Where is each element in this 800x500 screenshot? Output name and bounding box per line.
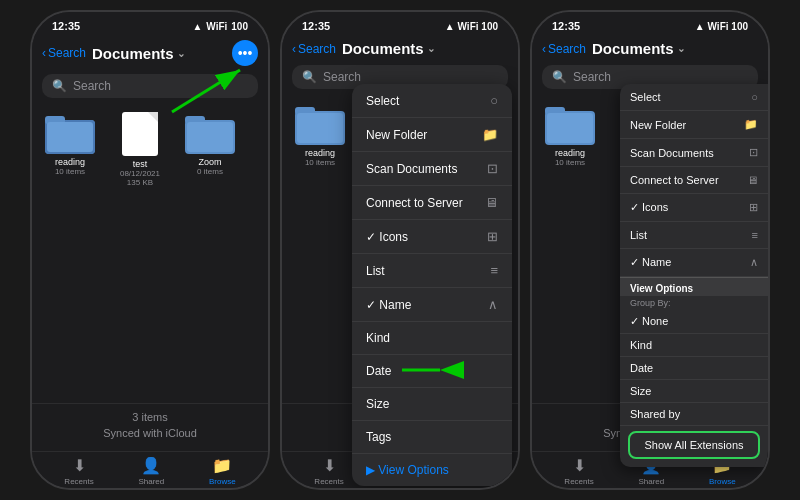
nav-title-2: Documents ⌄ [342, 40, 435, 57]
menu-select-2[interactable]: Select○ [352, 84, 512, 118]
file-test-1[interactable]: test 08/12/2021 135 KB [112, 112, 168, 187]
dropdown-menu-2: Select○ New Folder📁 Scan Documents⊡ Conn… [352, 84, 512, 486]
menu-name-2[interactable]: ✓ Name∧ [352, 288, 512, 322]
doc-icon-test [122, 112, 158, 156]
svg-rect-6 [187, 122, 233, 152]
menu-kind-3[interactable]: Kind [620, 334, 768, 357]
search-bar-1[interactable]: 🔍 Search [42, 74, 258, 98]
shared-icon-1: 👤 [141, 456, 161, 475]
file-reading-2[interactable]: reading 10 items [292, 103, 348, 167]
content-1: reading 10 items test 08/12/2021 135 KB [32, 102, 268, 403]
nav-bar-2: ‹ Search Documents ⌄ [282, 36, 518, 61]
chevron-icon-2: ⌄ [427, 43, 435, 54]
menu-new-folder-2[interactable]: New Folder📁 [352, 118, 512, 152]
menu-icons-2[interactable]: ✓ Icons⊞ [352, 220, 512, 254]
nav-actions-1: ••• [232, 40, 258, 66]
status-bar-3: 12:35 ▲ WiFi 100 [532, 12, 768, 36]
menu-view-options-2[interactable]: ▶ View Options [352, 454, 512, 486]
tab-recents-3[interactable]: ⬇ Recents [564, 456, 593, 486]
menu-date-2[interactable]: Date [352, 355, 512, 388]
recents-icon-1: ⬇ [73, 456, 86, 475]
sync-status-1: Synced with iCloud [32, 426, 268, 441]
time-2: 12:35 [302, 20, 330, 32]
folder-icon-reading [45, 112, 95, 154]
chevron-up-icon: ∧ [488, 297, 498, 312]
expanded-menu-3: Select○ New Folder📁 Scan Documents⊡ Conn… [620, 84, 768, 467]
ellipsis-button-1[interactable]: ••• [232, 40, 258, 66]
menu-date-3[interactable]: Date [620, 357, 768, 380]
time-1: 12:35 [52, 20, 80, 32]
scan-icon: ⊡ [487, 161, 498, 176]
menu-list-3[interactable]: List≡ [620, 222, 768, 249]
chevron-up-icon-3: ∧ [750, 256, 758, 269]
chevron-icon-3: ⌄ [677, 43, 685, 54]
folder-icon-zoom [185, 112, 235, 154]
tab-browse-1[interactable]: 📁 Browse [209, 456, 236, 486]
svg-rect-11 [297, 113, 343, 143]
search-icon-2: 🔍 [302, 70, 317, 84]
menu-scan-3[interactable]: Scan Documents⊡ [620, 139, 768, 167]
recents-icon-3: ⬇ [573, 456, 586, 475]
menu-icons-3[interactable]: ✓ Icons⊞ [620, 194, 768, 222]
file-meta-zoom: 0 items [197, 167, 223, 176]
menu-tags-2[interactable]: Tags [352, 421, 512, 454]
tab-bar-1: ⬇ Recents 👤 Shared 📁 Browse [32, 451, 268, 488]
file-reading-3[interactable]: reading 10 items [542, 103, 598, 167]
tab-shared-1[interactable]: 👤 Shared [138, 456, 164, 486]
nav-title-1: Documents ⌄ [92, 45, 185, 62]
menu-kind-2[interactable]: Kind [352, 322, 512, 355]
grid-icon-3: ⊞ [749, 201, 758, 214]
list-icon: ≡ [490, 263, 498, 278]
folder-plus-icon-3: 📁 [744, 118, 758, 131]
menu-connect-2[interactable]: Connect to Server🖥 [352, 186, 512, 220]
menu-size-3[interactable]: Size [620, 380, 768, 403]
select-icon-3: ○ [751, 91, 758, 103]
recents-icon-2: ⬇ [323, 456, 336, 475]
grid-icon: ⊞ [487, 229, 498, 244]
scan-icon-3: ⊡ [749, 146, 758, 159]
browse-icon-1: 📁 [212, 456, 232, 475]
file-name-test: test [133, 159, 148, 169]
nav-bar-1: ‹ Search Documents ⌄ ••• [32, 36, 268, 70]
nav-title-3: Documents ⌄ [592, 40, 685, 57]
menu-select-3[interactable]: Select○ [620, 84, 768, 111]
file-name-reading-2: reading [305, 148, 335, 158]
file-reading-1[interactable]: reading 10 items [42, 112, 98, 187]
tab-recents-2[interactable]: ⬇ Recents [314, 456, 343, 486]
tab-recents-1[interactable]: ⬇ Recents [64, 456, 93, 486]
menu-list-2[interactable]: List≡ [352, 254, 512, 288]
folder-icon-reading-2 [295, 103, 345, 145]
status-icons-1: ▲ WiFi 100 [192, 21, 248, 32]
time-3: 12:35 [552, 20, 580, 32]
chevron-icon-1: ⌄ [177, 48, 185, 59]
status-bar-1: 12:35 ▲ WiFi 100 [32, 12, 268, 36]
menu-new-folder-3[interactable]: New Folder📁 [620, 111, 768, 139]
menu-name-3[interactable]: ✓ Name∧ [620, 249, 768, 277]
back-button-2[interactable]: ‹ Search [292, 42, 336, 56]
menu-scan-2[interactable]: Scan Documents⊡ [352, 152, 512, 186]
menu-connect-3[interactable]: Connect to Server🖥 [620, 167, 768, 194]
item-count-1: 3 items [32, 410, 268, 425]
folder-icon-reading-3 [545, 103, 595, 145]
file-meta-reading-2: 10 items [305, 158, 335, 167]
file-zoom-1[interactable]: Zoom 0 items [182, 112, 238, 187]
back-button-1[interactable]: ‹ Search [42, 46, 86, 60]
menu-shared-by-3[interactable]: Shared by [620, 403, 768, 426]
file-name-zoom: Zoom [198, 157, 221, 167]
status-icons-3: ▲ WiFi 100 [695, 21, 748, 32]
search-icon-1: 🔍 [52, 79, 67, 93]
list-icon-3: ≡ [752, 229, 758, 241]
server-icon-3: 🖥 [747, 174, 758, 186]
phone-1: 12:35 ▲ WiFi 100 ‹ Search Documents ⌄ ••… [30, 10, 270, 490]
menu-size-2[interactable]: Size [352, 388, 512, 421]
file-meta-reading: 10 items [55, 167, 85, 176]
menu-none-3[interactable]: ✓ None [620, 310, 768, 334]
back-button-3[interactable]: ‹ Search [542, 42, 586, 56]
server-icon: 🖥 [485, 195, 498, 210]
file-name-reading: reading [55, 157, 85, 167]
group-by-label: Group By: [620, 296, 768, 310]
svg-rect-3 [47, 122, 93, 152]
show-all-extensions-button[interactable]: Show All Extensions [628, 431, 760, 459]
phone-3: 12:35 ▲ WiFi 100 ‹ Search Documents ⌄ 🔍 … [530, 10, 770, 490]
file-name-reading-3: reading [555, 148, 585, 158]
